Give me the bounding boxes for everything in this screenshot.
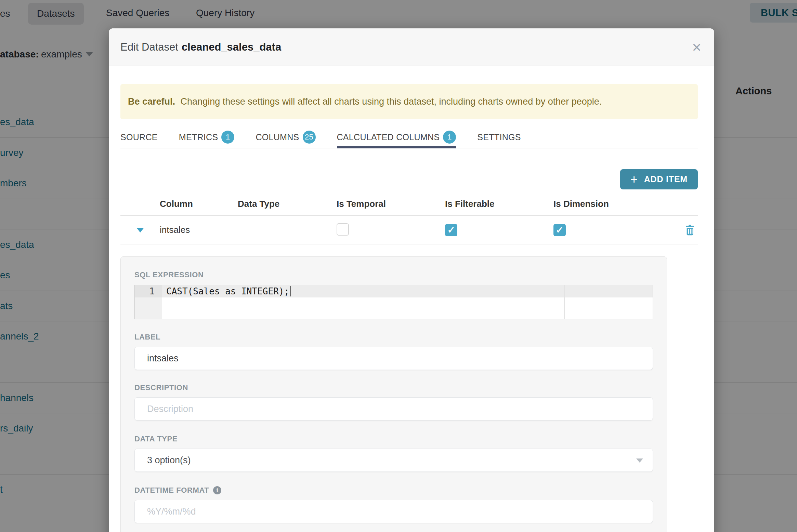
column-editor-panel: SQL EXPRESSION 1 CAST(Sales as INTEGER);… [120, 256, 667, 532]
header-is-temporal: Is Temporal [337, 199, 445, 209]
header-column: Column [160, 199, 238, 209]
label-field-label: LABEL [134, 333, 653, 342]
close-icon[interactable]: × [692, 39, 701, 55]
tab-label: CALCULATED COLUMNS [337, 132, 440, 142]
description-field-label: DESCRIPTION [134, 383, 653, 392]
datetime-format-label: DATETIME FORMAT [134, 486, 209, 495]
modal-title: Edit Datasetcleaned_sales_data [120, 41, 281, 53]
header-data-type: Data Type [238, 199, 337, 209]
is-dimension-checkbox[interactable] [553, 224, 566, 236]
datetime-format-input[interactable] [134, 500, 653, 523]
warning-banner: Be careful. Changing these settings will… [120, 84, 698, 119]
data-type-select[interactable]: 3 option(s) [134, 449, 653, 472]
modal-header: Edit Datasetcleaned_sales_data × [109, 28, 714, 66]
calculated-columns-header-row: Column Data Type Is Temporal Is Filterab… [120, 193, 698, 216]
tab-label: SETTINGS [477, 132, 521, 142]
modal-tab-bar: SOURCE METRICS 1 COLUMNS 25 CALCULATED C… [120, 127, 698, 148]
sql-expression-label: SQL EXPRESSION [134, 270, 653, 279]
description-input[interactable] [134, 397, 653, 421]
tab-source[interactable]: SOURCE [120, 127, 158, 148]
chevron-down-icon [636, 458, 643, 463]
editor-print-margin [564, 285, 565, 319]
tab-label: SOURCE [120, 132, 158, 142]
header-is-filterable: Is Filterable [445, 199, 553, 209]
add-item-row: + ADD ITEM [120, 169, 698, 189]
tab-metrics[interactable]: METRICS 1 [179, 127, 235, 148]
delete-column-button[interactable] [682, 224, 698, 236]
sql-expression-code[interactable]: CAST(Sales as INTEGER); [166, 285, 291, 297]
column-name: intsales [160, 225, 238, 235]
text-cursor [290, 286, 291, 296]
calculated-columns-count-badge: 1 [443, 131, 456, 144]
trash-icon [685, 224, 695, 236]
label-input[interactable] [134, 347, 653, 370]
modal-body: Be careful. Changing these settings will… [109, 84, 714, 532]
is-temporal-checkbox[interactable] [337, 223, 349, 236]
tab-label: METRICS [179, 132, 218, 142]
data-type-field-label: DATA TYPE [134, 435, 653, 443]
data-type-value: 3 option(s) [147, 455, 191, 466]
tab-label: COLUMNS [256, 132, 299, 142]
tab-calculated-columns[interactable]: CALCULATED COLUMNS 1 [337, 127, 456, 148]
metrics-count-badge: 1 [221, 131, 234, 144]
edit-dataset-modal: Edit Datasetcleaned_sales_data × Be care… [109, 28, 714, 532]
sql-code-editor[interactable]: 1 CAST(Sales as INTEGER); [134, 285, 653, 319]
is-filterable-checkbox[interactable] [445, 224, 457, 236]
add-item-label: ADD ITEM [644, 174, 688, 184]
warning-text: Changing these settings will affect all … [181, 96, 602, 107]
caret-down-icon [136, 228, 144, 232]
collapse-row-button[interactable] [120, 228, 160, 232]
modal-title-prefix: Edit Dataset [120, 41, 178, 53]
warning-bold-text: Be careful. [128, 96, 175, 107]
tab-columns[interactable]: COLUMNS 25 [256, 127, 315, 148]
info-icon[interactable]: i [213, 486, 221, 494]
calculated-column-row: intsales [120, 216, 698, 244]
modal-title-dataset-name: cleaned_sales_data [182, 41, 281, 53]
add-item-button[interactable]: + ADD ITEM [620, 169, 698, 189]
datetime-format-field-label-row: DATETIME FORMAT i [134, 486, 653, 495]
tab-settings[interactable]: SETTINGS [477, 127, 521, 148]
editor-line-number: 1 [135, 285, 162, 297]
sql-code-text: CAST(Sales as INTEGER); [166, 286, 289, 296]
columns-count-badge: 25 [303, 131, 316, 144]
header-is-dimension: Is Dimension [553, 199, 682, 209]
